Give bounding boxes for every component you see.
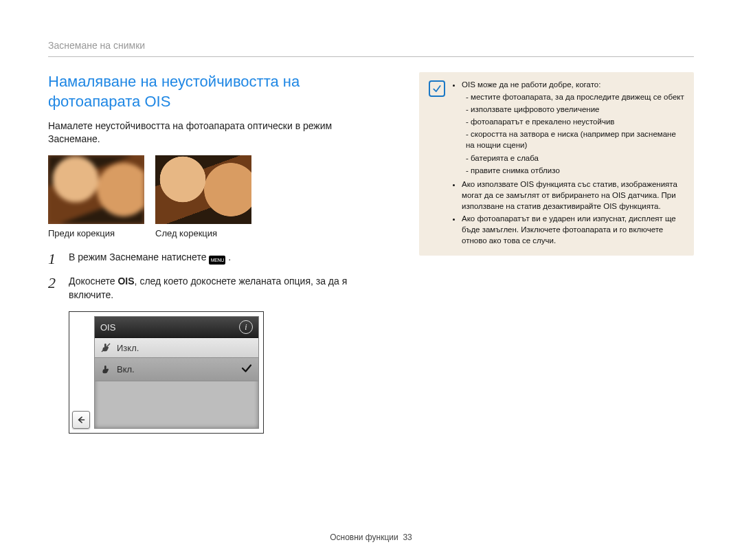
note-b2: Ако използвате OIS функцията със статив,… xyxy=(462,179,684,212)
ois-on-label: Вкл. xyxy=(117,364,135,374)
right-column: OIS може да не работи добре, когато: мес… xyxy=(416,72,694,434)
thumb-before-caption: Преди корекция xyxy=(48,228,144,238)
ois-on-option[interactable]: Вкл. xyxy=(95,358,258,381)
ois-on-icon xyxy=(100,364,111,375)
step-1-number: 1 xyxy=(48,251,62,267)
note-b3: Ако фотоапаратът ви е ударен или изпусна… xyxy=(462,213,684,246)
check-icon xyxy=(240,362,253,377)
step-2-number: 2 xyxy=(48,275,62,302)
thumb-after-image xyxy=(155,155,251,224)
page-footer: Основни функции 33 xyxy=(0,533,742,542)
footer-page: 33 xyxy=(403,533,412,542)
left-column: Намаляване на неустойчивостта на фотоапа… xyxy=(48,72,385,434)
step-2: 2 Докоснете OIS, след което докоснете же… xyxy=(48,275,385,302)
thumb-before-image xyxy=(48,155,144,224)
note-b1-6: правите снимка отблизо xyxy=(466,165,684,176)
note-b1: OIS може да не работи добре, когато: xyxy=(462,80,600,89)
note-b1-2: използвате цифровото увеличение xyxy=(466,104,684,115)
step-2-a: Докоснете xyxy=(69,276,117,287)
note-box: OIS може да не работи добре, когато: мес… xyxy=(419,72,694,256)
step-1-pre: В режим Заснемане натиснете xyxy=(69,251,209,262)
thumb-before: Преди корекция xyxy=(48,155,144,238)
note-b1-1: местите фотоапарата, за да проследите дв… xyxy=(466,91,684,102)
panel-header: OIS i xyxy=(95,317,258,338)
ois-off-icon xyxy=(100,342,111,353)
menu-icon: MENU xyxy=(209,256,225,265)
step-2-bold: OIS xyxy=(117,276,134,287)
page-title: Намаляване на неустойчивостта на фотоапа… xyxy=(48,72,385,111)
ois-off-option[interactable]: Изкл. xyxy=(95,338,258,358)
back-button[interactable] xyxy=(72,411,90,429)
note-b1-5: батерията е слаба xyxy=(466,153,684,164)
intro-text: Намалете неустойчивостта на фотоапарата … xyxy=(48,120,385,146)
panel-title: OIS xyxy=(100,322,115,333)
note-b1-4: скоростта на затвора е ниска (например п… xyxy=(466,128,684,150)
step-1: 1 В режим Заснемане натиснете MENU . xyxy=(48,251,385,267)
camera-screen: OIS i Изкл. Вкл. xyxy=(69,311,264,434)
note-b1-3: фотоапаратът е прекалено неустойчив xyxy=(466,116,684,127)
step-1-post: . xyxy=(228,251,231,262)
thumb-after-caption: След корекция xyxy=(155,228,251,238)
ois-off-label: Изкл. xyxy=(117,343,139,353)
info-button[interactable]: i xyxy=(239,320,253,334)
running-head: Заснемане на снимки xyxy=(48,40,694,57)
back-arrow-icon xyxy=(76,415,86,425)
footer-label: Основни функции xyxy=(330,533,398,542)
thumb-after: След корекция xyxy=(155,155,251,238)
note-icon xyxy=(429,80,445,97)
